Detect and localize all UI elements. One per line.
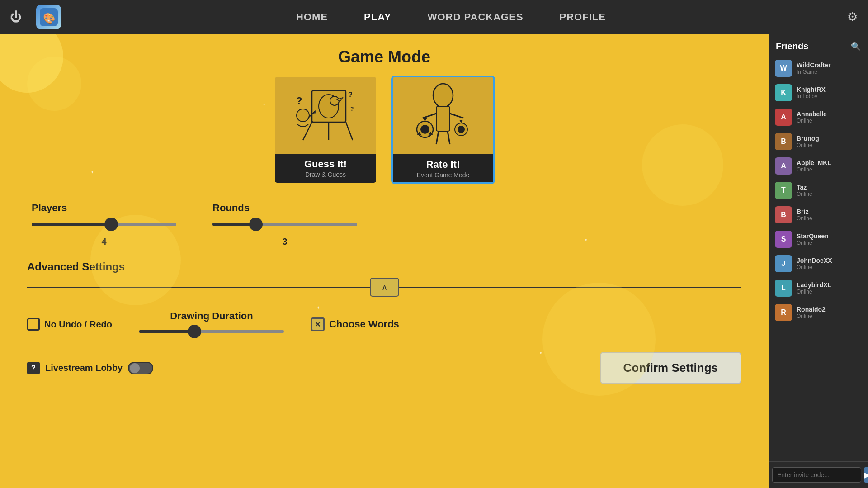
settings-line-left [27,287,370,288]
svg-point-21 [420,125,429,134]
friend-status: Online [797,264,862,270]
friend-info: StarQueen Online [797,232,862,246]
friend-status: Online [797,215,862,222]
friend-item[interactable]: K KnightRX In Lobby [772,81,864,105]
svg-line-19 [448,131,450,144]
rate-it-label: Rate It! Event Game Mode [393,154,493,183]
svg-rect-15 [436,106,450,131]
players-slider-track [32,223,176,226]
friend-avatar: A [775,109,792,126]
nav-home[interactable]: HOME [278,0,346,34]
friend-item[interactable]: R Ronaldo2 Online [772,300,864,325]
advanced-settings-toggle[interactable]: ∧ [370,278,399,297]
svg-text:🎨: 🎨 [42,12,55,24]
svg-point-14 [433,84,453,107]
svg-line-16 [423,114,436,118]
friend-status: Online [797,240,862,246]
livestream-group: ? Livestream Lobby [27,362,153,374]
advanced-settings-section: Advanced Settings ∧ [27,261,741,297]
friend-item[interactable]: B Brunog Online [772,129,864,154]
friend-avatar: B [775,133,792,150]
friend-status: Online [797,289,862,295]
advanced-settings-title: Advanced Settings [27,261,741,273]
sliders-section: Players 4 Rounds 3 [27,202,741,247]
friend-list: W WildCrafter In Game K KnightRX In Lobb… [769,56,868,461]
friend-info: Apple_MKL Online [797,159,862,173]
confirm-settings-button[interactable]: Confirm Settings [600,352,741,384]
livestream-toggle[interactable] [128,362,153,374]
players-thumb[interactable] [104,218,118,231]
svg-text:?: ? [296,95,302,106]
advanced-settings-bar: ∧ [27,278,741,297]
choose-words-label: Choose Words [329,318,399,330]
players-label: Players [32,202,176,214]
game-card-rate-it[interactable]: Rate It! Event Game Mode [391,76,495,184]
friend-avatar: K [775,84,792,101]
friend-status: Online [797,142,862,148]
friend-info: Taz Online [797,184,862,197]
friend-item[interactable]: L LadybirdXL Online [772,276,864,300]
friend-avatar: T [775,182,792,199]
friend-avatar: R [775,304,792,321]
sidebar-footer: ▶ [769,461,868,488]
friend-avatar: A [775,157,792,175]
friend-item[interactable]: B Briz Online [772,203,864,227]
svg-line-17 [450,114,463,118]
friend-item[interactable]: S StarQueen Online [772,227,864,251]
drawing-duration-thumb[interactable] [188,325,201,338]
nav-word-packages[interactable]: WORD PACKAGES [410,0,542,34]
nav-play[interactable]: PLAY [346,0,410,34]
invite-submit-button[interactable]: ▶ [864,467,868,483]
friend-status: Online [797,118,862,124]
power-button[interactable]: ⏻ [0,10,32,24]
game-card-guess-it[interactable]: ? ? ? Guess It! Draw & [274,76,377,184]
nav-profile[interactable]: PROFILE [542,0,624,34]
game-mode-title: Game Mode [27,47,741,66]
friend-name: LadybirdXL [797,281,862,289]
rounds-slider-track [212,223,357,226]
settings-icon[interactable]: ⚙ [836,10,868,24]
friend-name: WildCrafter [797,62,862,69]
friend-info: Ronaldo2 Online [797,306,862,319]
rate-it-image [393,77,493,154]
friend-name: Taz [797,184,862,191]
friend-avatar: B [775,206,792,223]
friend-item[interactable]: A Apple_MKL Online [772,154,864,178]
no-undo-label: No Undo / Redo [44,319,112,330]
sidebar-header: Friends 🔍 [769,34,868,56]
friend-item[interactable]: T Taz Online [772,178,864,203]
svg-line-18 [436,131,439,144]
livestream-help-icon[interactable]: ? [27,362,40,374]
friend-avatar: L [775,280,792,297]
friend-name: Annabelle [797,110,862,118]
drawing-duration-group: Drawing Duration [139,310,284,338]
app-logo: 🎨 [36,5,61,29]
game-mode-section: Game Mode [27,34,741,184]
search-icon[interactable]: 🔍 [851,42,861,52]
rounds-thumb[interactable] [249,218,263,231]
friend-name: Apple_MKL [797,159,862,166]
game-mode-cards: ? ? ? Guess It! Draw & [27,76,741,184]
friend-item[interactable]: J JohnDoeXX Online [772,251,864,276]
players-track-fill [32,223,111,226]
choose-words-close-btn[interactable]: ✕ [311,317,325,331]
no-undo-checkbox[interactable] [27,318,40,331]
invite-code-input[interactable] [772,467,861,483]
friend-info: Briz Online [797,208,862,222]
friend-info: KnightRX In Lobby [797,86,862,99]
drawing-duration-fill [139,330,194,333]
friend-info: WildCrafter In Game [797,62,862,75]
friend-status: Online [797,191,862,197]
choose-words-group: ✕ Choose Words [311,317,399,331]
friend-status: Online [797,313,862,319]
drawing-duration-slider-wrap [139,325,284,338]
rounds-slider-group: Rounds 3 [212,202,357,247]
friend-status: In Game [797,69,862,75]
settings-line-right [399,287,742,288]
svg-line-4 [346,122,353,140]
friend-info: Annabelle Online [797,110,862,124]
guess-it-image: ? ? ? [275,77,376,154]
friend-item[interactable]: A Annabelle Online [772,105,864,129]
friend-item[interactable]: W WildCrafter In Game [772,56,864,81]
nav-links: HOME PLAY WORD PACKAGES PROFILE [66,0,836,34]
